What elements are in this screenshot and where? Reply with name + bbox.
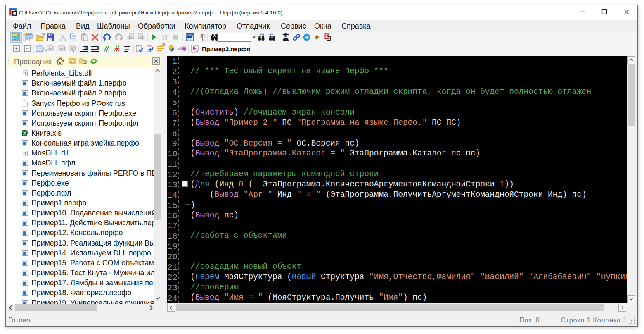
svg-text:Проводник: Проводник	[14, 57, 51, 66]
svg-text:Пример2.перфо: Пример2.перфо	[202, 46, 250, 52]
svg-text:#0: #0	[161, 43, 166, 47]
